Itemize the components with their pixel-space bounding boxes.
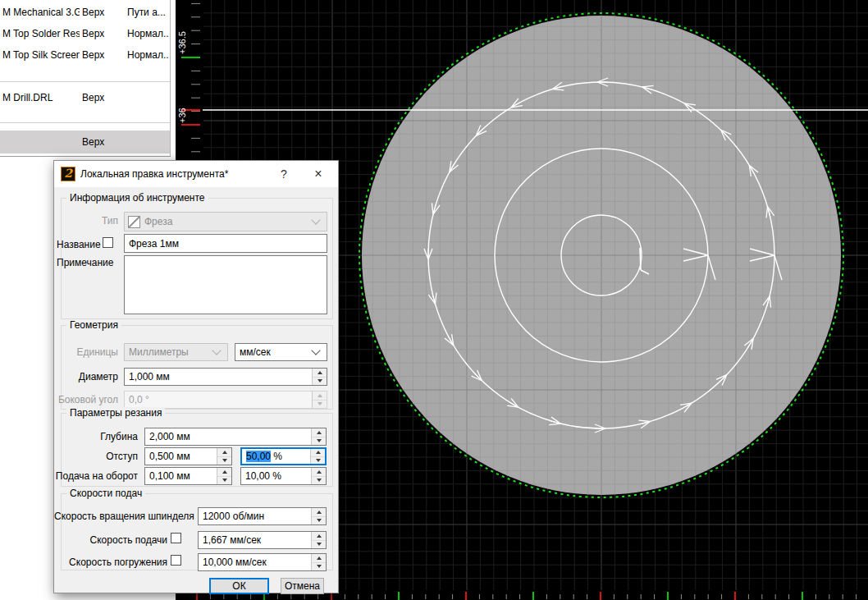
dialog-titlebar[interactable]: 2 Локальная правка инструмента* ? × xyxy=(54,161,338,187)
side-angle-label: Боковой угол xyxy=(54,394,118,405)
tool-name-input[interactable]: Фреза 1мм xyxy=(124,234,327,253)
spindle-spinner[interactable]: 12000 об/мин xyxy=(198,507,327,525)
name-label: Название xyxy=(57,239,101,250)
stepover-percent-value: 50,00 % xyxy=(242,451,310,462)
note-label: Примечание xyxy=(57,257,110,268)
spin-buttons[interactable] xyxy=(312,369,327,385)
table-separator xyxy=(0,122,170,123)
speed-units-combo[interactable]: мм/сек xyxy=(235,343,327,361)
spin-buttons[interactable] xyxy=(311,468,326,484)
table-row[interactable] xyxy=(0,66,170,87)
side-angle-spinner: 0,0 ° xyxy=(124,391,327,409)
side-angle-value: 0,0 ° xyxy=(125,394,312,405)
table-right-border xyxy=(170,0,171,157)
plunge-speed-spinner[interactable]: 10,000 мм/сек xyxy=(198,553,327,571)
feed-speed-spinner[interactable]: 1,667 мм/сек xyxy=(198,531,327,549)
spin-buttons xyxy=(312,392,327,408)
spin-buttons[interactable] xyxy=(311,554,326,570)
units-label: Единицы xyxy=(54,346,118,358)
table-row[interactable]: M Mechanical 3.GBRВерхПути а... xyxy=(0,2,170,23)
table-cell-side: Верх xyxy=(82,49,125,61)
name-checkbox[interactable] xyxy=(103,237,113,248)
feed-speed-checkbox[interactable] xyxy=(171,533,181,543)
feed-speed-value: 1,667 мм/сек xyxy=(199,534,311,546)
diameter-spinner[interactable]: 1,000 мм xyxy=(124,368,327,386)
table-cell-side: Верх xyxy=(82,28,125,39)
feed-speed-label: Скорость подачи xyxy=(54,534,167,546)
group-label: Геометрия xyxy=(66,319,121,331)
cancel-button[interactable]: Отмена xyxy=(281,578,324,594)
depth-label: Глубина xyxy=(54,431,138,442)
app-icon: 2 xyxy=(61,167,75,181)
stepover-value: 0,500 мм xyxy=(145,451,217,462)
feed-per-rev-spinner[interactable]: 0,100 мм xyxy=(144,467,232,485)
app-window: M Mechanical 3.GBRВерхПути а...M Top Sol… xyxy=(0,0,868,600)
ruler-label: +36 xyxy=(177,108,187,123)
note-textarea[interactable] xyxy=(124,255,327,314)
tool-type-combo: Фреза xyxy=(124,212,327,231)
close-icon[interactable]: × xyxy=(305,161,331,187)
table-cell-name: M Mechanical 3.GBR xyxy=(2,7,80,18)
table-row[interactable] xyxy=(0,108,170,130)
spin-buttons[interactable] xyxy=(310,449,325,464)
help-button[interactable]: ? xyxy=(271,161,297,187)
diameter-value: 1,000 мм xyxy=(125,371,312,382)
table-row[interactable]: M Top Silk Screen....ВерхНормал... xyxy=(0,44,170,66)
mill-tool-icon xyxy=(128,216,140,228)
group-label: Скорости подач xyxy=(66,488,145,499)
stepover-label: Отступ xyxy=(54,451,138,462)
table-cell-mode: Нормал... xyxy=(127,28,168,39)
speed-units-value: мм/сек xyxy=(235,346,313,358)
stepover-percent-spinner[interactable]: 50,00 % xyxy=(240,447,327,465)
spindle-value: 12000 об/мин xyxy=(199,511,311,522)
depth-spinner[interactable]: 2,000 мм xyxy=(144,428,327,446)
chevron-down-icon xyxy=(311,215,320,224)
table-cell-name: M Top Solder Resis... xyxy=(2,28,80,39)
chevron-down-icon xyxy=(311,346,320,355)
group-label: Параметры резания xyxy=(66,407,165,419)
table-row[interactable]: Верх xyxy=(0,131,170,153)
units-combo: Миллиметры xyxy=(124,343,228,361)
depth-value: 2,000 мм xyxy=(145,431,311,442)
group-label: Информация об инструменте xyxy=(66,192,208,204)
spin-buttons[interactable] xyxy=(311,508,326,524)
table-row[interactable]: M Drill.DRLВерх xyxy=(0,87,170,108)
selected-text: 50,00 xyxy=(246,451,271,462)
percent-unit: % xyxy=(271,451,282,462)
spin-buttons[interactable] xyxy=(217,448,231,465)
tool-edit-dialog: 2 Локальная правка инструмента* ? × Инфо… xyxy=(53,160,339,593)
feed-per-rev-value: 0,100 мм xyxy=(145,470,217,482)
plunge-speed-checkbox[interactable] xyxy=(171,555,181,566)
spindle-label: Скорость вращения шпинделя xyxy=(54,511,192,522)
ruler-label: +36.5 xyxy=(177,31,187,54)
dialog-title: Локальная правка инструмента* xyxy=(80,161,228,187)
table-cell-name: M Top Silk Screen.... xyxy=(2,49,80,61)
plunge-speed-value: 10,000 мм/сек xyxy=(199,556,311,568)
tool-name-value: Фреза 1мм xyxy=(125,238,327,250)
diameter-label: Диаметр xyxy=(54,371,118,382)
table-cell-side: Верх xyxy=(82,136,125,148)
feed-per-rev-percent-value: 10,00 % xyxy=(241,470,311,482)
layers-table[interactable]: M Mechanical 3.GBRВерхПути а...M Top Sol… xyxy=(0,0,171,157)
ok-button[interactable]: ОК xyxy=(209,578,269,594)
spin-buttons[interactable] xyxy=(311,428,326,445)
table-cell-mode: Пути а... xyxy=(127,7,168,18)
table-row[interactable]: M Top Solder Resis...ВерхНормал... xyxy=(0,23,170,44)
table-separator xyxy=(0,81,170,82)
units-value: Миллиметры xyxy=(125,346,213,358)
type-label: Тип xyxy=(54,215,118,227)
feed-per-rev-percent-spinner[interactable]: 10,00 % xyxy=(240,467,327,485)
spin-buttons[interactable] xyxy=(311,532,326,548)
table-bottom-border xyxy=(0,156,171,157)
feed-per-rev-label: Подача на оборот xyxy=(54,470,138,482)
table-cell-name: M Drill.DRL xyxy=(2,92,80,103)
table-cell-side: Верх xyxy=(82,7,125,18)
plunge-speed-label: Скорость погружения xyxy=(54,556,167,568)
chevron-down-icon xyxy=(212,346,221,355)
stepover-spinner[interactable]: 0,500 мм xyxy=(144,447,232,465)
table-cell-side: Верх xyxy=(82,92,125,103)
tool-type-value: Фреза xyxy=(140,216,313,227)
spin-buttons[interactable] xyxy=(217,468,231,484)
table-cell-mode: Нормал... xyxy=(127,49,168,61)
